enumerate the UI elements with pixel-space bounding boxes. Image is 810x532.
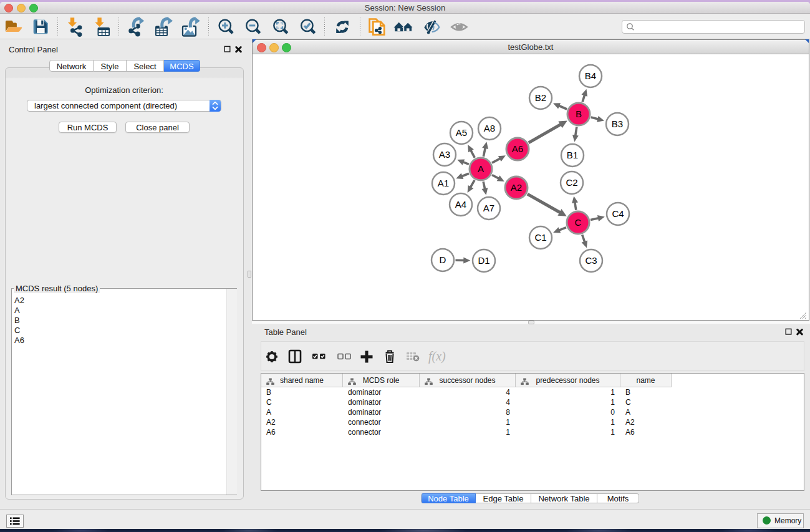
- svg-text:A2: A2: [511, 182, 522, 193]
- svg-text:B3: B3: [612, 118, 623, 129]
- svg-text:A5: A5: [456, 127, 467, 138]
- svg-text:D1: D1: [478, 255, 489, 266]
- svg-text:A: A: [478, 163, 484, 174]
- svg-text:D: D: [440, 254, 446, 265]
- svg-text:B: B: [576, 109, 582, 119]
- svg-text:B4: B4: [585, 70, 596, 81]
- svg-text:B2: B2: [535, 92, 546, 103]
- svg-text:A8: A8: [484, 123, 495, 133]
- svg-text:A7: A7: [483, 203, 494, 213]
- svg-text:A3: A3: [439, 149, 450, 160]
- svg-text:C2: C2: [566, 177, 577, 188]
- svg-text:C1: C1: [534, 232, 546, 243]
- svg-text:B1: B1: [567, 150, 578, 160]
- svg-text:A1: A1: [438, 178, 449, 188]
- svg-text:C3: C3: [585, 255, 597, 266]
- svg-text:A4: A4: [455, 199, 466, 210]
- svg-text:C4: C4: [612, 208, 624, 219]
- svg-text:C: C: [575, 217, 582, 228]
- svg-text:A6: A6: [512, 143, 523, 154]
- svg-text:f(x): f(x): [428, 349, 446, 364]
